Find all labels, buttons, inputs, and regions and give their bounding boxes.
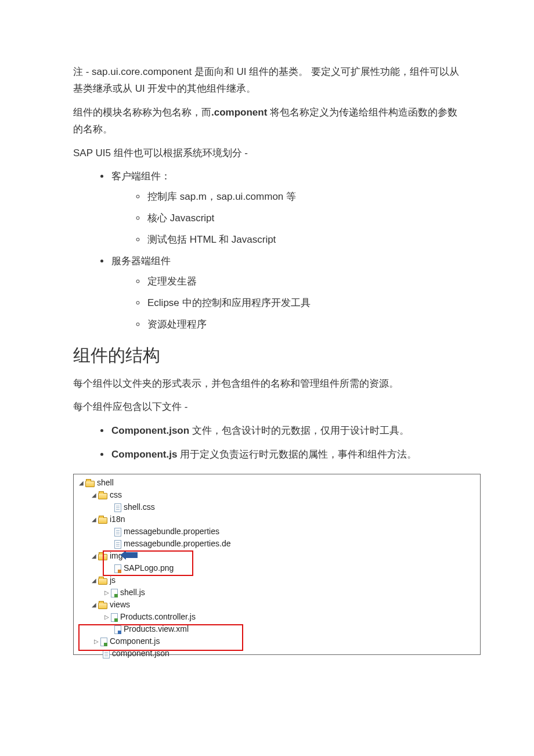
files-list: Component.json 文件，包含设计时的元数据，仅用于设计时工具。 Co… [73,423,461,463]
file-icon [114,503,121,512]
tree-node-css[interactable]: ◢css [76,489,480,501]
env-paragraph: SAP UI5 组件也可以根据系统环境划分 - [73,145,461,162]
tree-node-shellcss[interactable]: shell.css [76,501,480,513]
expand-icon[interactable]: ◢ [91,575,97,586]
file-json-bold: Component.json [111,425,189,436]
server-label: 服务器端组件 [111,255,171,267]
expand-icon[interactable]: ◢ [78,477,84,489]
js-file-icon [111,589,118,597]
file-js-rest: 用于定义负责运行时元数据的属性，事件和组件方法。 [177,449,417,460]
env-list: 客户端组件： 控制库 sap.m，sap.ui.common 等 核心 Java… [73,168,461,333]
highlight-box-component [78,624,243,651]
server-item: 服务器端组件 定理发生器 Eclipse 中的控制和应用程序开发工具 资源处理程… [110,253,461,333]
folder-icon [98,493,107,499]
tree-node-js[interactable]: ◢js [76,574,480,586]
highlight-box-img [103,550,193,576]
expand-icon[interactable]: ◢ [91,550,97,562]
client-item: 客户端组件： 控制库 sap.m，sap.ui.common 等 核心 Java… [110,168,461,249]
client-label: 客户端组件： [111,171,171,182]
folder-icon [98,578,107,585]
component-keyword: .component [211,107,267,118]
tree-label: shell.css [124,502,155,512]
structure-intro: 每个组件应包含以下文件 - [73,399,461,416]
file-icon [103,650,110,658]
tree-label: views [110,600,130,609]
expand-icon[interactable]: ◢ [91,599,97,611]
tree-node-mb[interactable]: messagebundle.properties [76,525,480,538]
file-item-json: Component.json 文件，包含设计时的元数据，仅用于设计时工具。 [110,423,461,440]
tree-label: i18n [110,514,125,524]
tree-node-controller[interactable]: ▷Products.controller.js [76,611,480,623]
client-sub-2: 测试包括 HTML 和 Javascript [146,232,461,249]
tree-node-mbde[interactable]: messagebundle.properties.de [76,538,480,550]
note-prefix: 注 - [73,66,92,77]
structure-desc: 每个组件以文件夹的形式表示，并包含组件的名称和管理组件所需的资源。 [73,376,461,393]
client-sub-0: 控制库 sap.m，sap.ui.common 等 [146,189,461,206]
server-sub-2: 资源处理程序 [146,316,461,333]
tree-label: css [110,490,122,499]
file-item-js: Component.js 用于定义负责运行时元数据的属性，事件和组件方法。 [110,447,461,463]
tree-label: messagebundle.properties [124,527,219,536]
folder-icon [98,603,107,609]
server-sub-0: 定理发生器 [146,273,461,290]
note-paragraph: 注 - sap.ui.core.component 是面向和 UI 组件的基类。… [73,64,461,98]
tree-node-i18n[interactable]: ◢i18n [76,513,480,525]
tree-label: messagebundle.properties.de [124,539,230,548]
tree-node-views[interactable]: ◢views [76,599,480,611]
tree-label: js [110,575,116,585]
expand-icon[interactable]: ◢ [91,514,97,525]
structure-heading: 组件的结构 [73,340,461,370]
file-icon [114,528,121,537]
client-sublist: 控制库 sap.m，sap.ui.common 等 核心 Javascript … [111,189,461,249]
code-class: sap.ui.core.component [92,66,192,77]
file-js-bold: Component.js [111,449,177,460]
tree-label: shell [97,478,114,487]
js-file-icon [111,613,118,622]
server-sublist: 定理发生器 Eclipse 中的控制和应用程序开发工具 资源处理程序 [111,273,461,333]
tree-label: shell.js [120,588,145,597]
tree-node-shelljs[interactable]: ▷shell.js [76,586,480,599]
file-icon [114,540,121,549]
module-paragraph: 组件的模块名称称为包名称，而.component 将包名称定义为传递给组件构造函… [73,105,461,138]
expand-icon[interactable]: ◢ [91,489,97,501]
tree-node-shell[interactable]: ◢shell [76,477,480,489]
folder-tree: ◢shell ◢css shell.css ◢i18n messagebundl… [73,474,481,655]
client-sub-1: 核心 Javascript [146,210,461,227]
folder-icon [85,481,95,487]
expand-icon[interactable]: ▷ [104,611,110,623]
server-sub-1: Eclipse 中的控制和应用程序开发工具 [146,295,461,312]
file-json-rest: 文件，包含设计时的元数据，仅用于设计时工具。 [189,425,409,436]
tree-label: Products.controller.js [120,612,196,621]
expand-icon[interactable]: ▷ [104,587,110,599]
module-prefix: 组件的模块名称称为包名称，而 [73,107,211,118]
folder-icon [98,517,107,524]
